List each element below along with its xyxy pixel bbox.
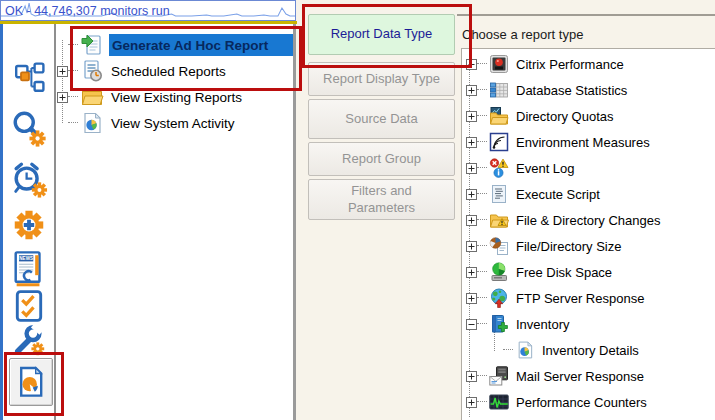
tree-item-label[interactable]: Citrix Performance — [516, 57, 624, 72]
alarm-icon[interactable] — [10, 157, 48, 202]
news-report-icon[interactable]: NEWS — [10, 246, 48, 292]
tab-report-display-type[interactable]: Report Display Type — [308, 62, 455, 96]
tree-item-ftp-server-response[interactable]: FTP Server Response — [464, 285, 715, 311]
performance-counters-icon — [489, 392, 509, 412]
tree-item-citrix-performance[interactable]: Citrix Performance — [464, 51, 715, 77]
tree-connector — [477, 245, 487, 247]
tree-item-event-log[interactable]: Event Log — [464, 155, 715, 181]
tree-item-label[interactable]: Mail Server Response — [516, 369, 644, 384]
pie-document-icon — [80, 111, 104, 135]
tree-item-label[interactable]: Free Disk Space — [516, 265, 612, 280]
adhoc-report-button[interactable] — [9, 358, 53, 406]
tree-item-label[interactable]: Directory Quotas — [516, 109, 614, 124]
reports-navigation-tree: Generate Ad Hoc ReportScheduled ReportsV… — [56, 24, 296, 420]
folder-reports-icon — [80, 85, 104, 109]
server-tree-icon[interactable] — [10, 62, 48, 94]
tree-item-label[interactable]: File & Directory Changes — [516, 213, 661, 228]
tree-item-label[interactable]: Scheduled Reports — [111, 64, 226, 79]
tree-item-view-existing-reports[interactable]: View Existing Reports — [56, 84, 293, 110]
tree-item-performance-counters[interactable]: Performance Counters — [464, 389, 715, 415]
tree-item-environment-measures[interactable]: Environment Measures — [464, 129, 715, 155]
tree-item-label[interactable]: File/Directory Size — [516, 239, 621, 254]
status-text: OK - 44,746,307 monitors run — [5, 4, 170, 18]
tree-item-label[interactable]: Generate Ad Hoc Report — [112, 38, 268, 53]
selected-highlight: Generate Ad Hoc Report — [109, 34, 293, 56]
tree-item-execute-script[interactable]: Execute Script — [464, 181, 715, 207]
expand-plus-icon[interactable] — [466, 241, 477, 252]
tree-connector — [68, 70, 78, 72]
adhoc-report-icon — [14, 365, 48, 399]
tree-item-label[interactable]: Database Statistics — [516, 83, 627, 98]
tree-item-label[interactable]: Event Log — [516, 161, 575, 176]
tools-wrench-icon[interactable] — [10, 324, 48, 356]
file-directory-size-icon — [489, 236, 509, 256]
tree-item-free-disk-space[interactable]: Free Disk Space — [464, 259, 715, 285]
tree-item-label[interactable]: FTP Server Response — [516, 291, 644, 306]
tree-item-label[interactable]: Execute Script — [516, 187, 600, 202]
tree-item-directory-quotas[interactable]: Directory Quotas — [464, 103, 715, 129]
add-gear-icon[interactable] — [10, 206, 48, 244]
tree-item-label[interactable]: Inventory Details — [542, 343, 639, 358]
tree-item-label[interactable]: Performance Counters — [516, 395, 647, 410]
tree-item-mail-server-response[interactable]: Mail Server Response — [464, 363, 715, 389]
tree-connector — [477, 63, 487, 65]
citrix-performance-icon — [489, 54, 509, 74]
collapse-minus-icon[interactable] — [466, 319, 477, 330]
generate-adhoc-icon — [80, 33, 104, 57]
tree-item-label[interactable]: View System Activity — [111, 116, 235, 131]
tree-item-view-system-activity[interactable]: View System Activity — [56, 110, 293, 136]
report-type-list: Citrix PerformanceDatabase StatisticsDir… — [461, 48, 715, 420]
tree-connector — [477, 375, 487, 377]
tree-connector — [68, 44, 78, 46]
tree-item-label[interactable]: View Existing Reports — [111, 90, 242, 105]
tree-connector — [477, 271, 487, 273]
tree-item-inventory-details[interactable]: Inventory Details — [464, 337, 715, 363]
tree-indent — [57, 118, 68, 129]
free-disk-space-icon — [489, 262, 509, 282]
checklist-icon[interactable] — [10, 288, 48, 324]
expand-plus-icon[interactable] — [466, 215, 477, 226]
expand-plus-icon[interactable] — [466, 189, 477, 200]
tree-connector — [477, 141, 487, 143]
tree-item-label[interactable]: Environment Measures — [516, 135, 650, 150]
tree-item-file-directory-size[interactable]: File/Directory Size — [464, 233, 715, 259]
expand-plus-icon[interactable] — [466, 371, 477, 382]
expand-plus-icon[interactable] — [466, 59, 477, 70]
status-bar[interactable]: OK - 44,746,307 monitors run — [0, 0, 296, 21]
search-icon[interactable] — [10, 108, 48, 150]
file-directory-changes-icon — [489, 210, 509, 230]
tab-filters-and-parameters[interactable]: Filters and Parameters — [308, 179, 455, 220]
sidebar-toolbar: NEWS — [3, 24, 56, 420]
expand-plus-icon[interactable] — [466, 397, 477, 408]
environment-measures-icon — [489, 132, 509, 152]
expand-plus-icon[interactable] — [466, 293, 477, 304]
tree-connector — [477, 193, 487, 195]
expand-plus-icon[interactable] — [466, 111, 477, 122]
panel-header: Choose a report type — [462, 27, 583, 42]
tree-item-file-directory-changes[interactable]: File & Directory Changes — [464, 207, 715, 233]
expand-plus-icon[interactable] — [466, 85, 477, 96]
pie-document-icon — [515, 340, 535, 360]
tree-connector — [477, 167, 487, 169]
ftp-server-response-icon — [489, 288, 509, 308]
expand-plus-icon[interactable] — [57, 92, 68, 103]
panel-divider-line — [457, 14, 715, 16]
tree-item-database-statistics[interactable]: Database Statistics — [464, 77, 715, 103]
directory-quotas-icon — [489, 106, 509, 126]
expand-plus-icon[interactable] — [466, 137, 477, 148]
tree-item-label[interactable]: Inventory — [516, 317, 569, 332]
expand-plus-icon[interactable] — [57, 66, 68, 77]
scheduled-reports-icon — [80, 59, 104, 83]
tree-item-scheduled-reports[interactable]: Scheduled Reports — [56, 58, 293, 84]
expand-plus-icon[interactable] — [466, 267, 477, 278]
tree-indent — [57, 40, 68, 51]
tree-item-generate-ad-hoc-report[interactable]: Generate Ad Hoc Report — [56, 32, 293, 58]
tab-report-group[interactable]: Report Group — [308, 142, 455, 176]
tree-connector — [477, 219, 487, 221]
database-statistics-icon — [489, 80, 509, 100]
inventory-icon — [489, 314, 509, 334]
tree-item-inventory[interactable]: Inventory — [464, 311, 715, 337]
tab-report-data-type[interactable]: Report Data Type — [308, 14, 455, 55]
tab-source-data[interactable]: Source Data — [308, 99, 455, 139]
expand-plus-icon[interactable] — [466, 163, 477, 174]
